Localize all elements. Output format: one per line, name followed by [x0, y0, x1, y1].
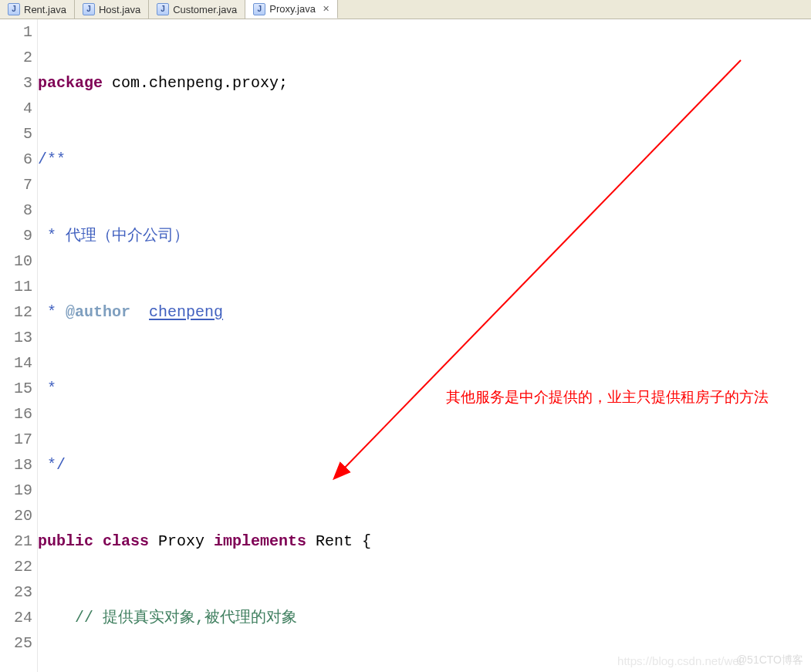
line-number: 18	[0, 452, 32, 478]
code-line: public class Proxy implements Rent {	[38, 528, 811, 554]
code-line: package com.chenpeng.proxy;	[38, 70, 811, 96]
line-number: 8	[0, 198, 32, 223]
code-line: * @author chenpeng	[38, 299, 811, 325]
java-file-icon: J	[83, 3, 95, 15]
editor-tabs: J Rent.java J Host.java J Customer.java …	[0, 0, 811, 19]
line-number: 23	[0, 579, 32, 605]
line-number: 10	[0, 248, 32, 274]
code-editor[interactable]: 1 2 3 4 5 6 7 8 9 10 11 12 13 14 15 16 1…	[0, 19, 811, 672]
tab-proxy[interactable]: J Proxy.java ✕	[245, 0, 338, 19]
tab-label: Proxy.java	[269, 3, 316, 15]
line-number: 19	[0, 478, 32, 503]
line-number: 20	[0, 503, 32, 528]
line-number: 14	[0, 350, 32, 376]
line-number: 9	[0, 223, 32, 248]
line-number: 22	[0, 554, 32, 579]
line-number: 15	[0, 376, 32, 401]
code-line: /**	[38, 147, 811, 172]
line-number: 24	[0, 605, 32, 630]
line-gutter: 1 2 3 4 5 6 7 8 9 10 11 12 13 14 15 16 1…	[0, 19, 38, 672]
close-icon[interactable]: ✕	[319, 4, 329, 14]
line-number: 2	[0, 45, 32, 70]
line-number: 5	[0, 121, 32, 147]
code-line: */	[38, 452, 811, 478]
line-number: 7	[0, 172, 32, 198]
line-number: 21	[0, 528, 32, 554]
annotation-text: 其他服务是中介提供的，业主只提供租房子的方法	[446, 387, 801, 407]
tab-customer[interactable]: J Customer.java	[149, 0, 245, 19]
line-number: 25	[0, 630, 32, 656]
line-number: 1	[0, 19, 32, 45]
line-number: 4	[0, 96, 32, 121]
tab-label: Customer.java	[173, 4, 237, 15]
tab-label: Host.java	[99, 4, 140, 15]
java-file-icon: J	[8, 3, 20, 15]
line-number: 3	[0, 70, 32, 96]
tab-label: Rent.java	[24, 4, 66, 15]
line-number: 12	[0, 299, 32, 325]
java-file-icon: J	[157, 3, 169, 15]
watermark-51cto: @51CTO博客	[736, 653, 803, 667]
tab-host[interactable]: J Host.java	[75, 0, 149, 19]
line-number: 11	[0, 274, 32, 299]
line-number: 16	[0, 401, 32, 427]
watermark-csdn: https://blog.csdn.net/wei	[617, 654, 742, 667]
java-file-icon: J	[253, 3, 265, 15]
tab-rent[interactable]: J Rent.java	[0, 0, 75, 19]
line-number: 17	[0, 427, 32, 452]
code-line: * 代理（中介公司）	[38, 223, 811, 248]
line-number: 6	[0, 147, 32, 172]
code-area[interactable]: package com.chenpeng.proxy; /** * 代理（中介公…	[38, 19, 811, 672]
code-line: // 提供真实对象,被代理的对象	[38, 605, 811, 630]
line-number: 13	[0, 325, 32, 350]
